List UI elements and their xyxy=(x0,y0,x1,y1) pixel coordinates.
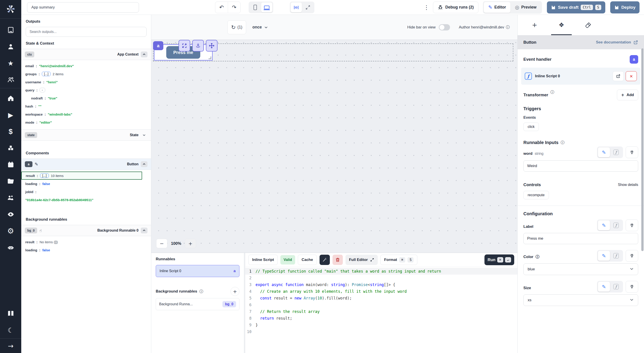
output-row[interactable]: loading:false xyxy=(21,180,151,188)
dark-mode-icon[interactable]: ☾ xyxy=(0,322,21,338)
word-value-input[interactable] xyxy=(524,160,638,172)
script-name-button[interactable]: Inline Script xyxy=(248,255,278,265)
home-icon[interactable] xyxy=(0,90,21,107)
search-outputs-input[interactable] xyxy=(26,27,146,37)
code-line[interactable]: 3export async function main(word: string… xyxy=(245,281,517,288)
undo-button[interactable]: ↶ xyxy=(215,2,228,13)
user-icon[interactable] xyxy=(0,38,21,55)
expand-sidebar-icon[interactable]: → xyxy=(0,339,21,353)
recompute-pill[interactable]: recompute xyxy=(524,191,549,199)
label-static-mode[interactable]: ✎ xyxy=(598,220,610,230)
code-line[interactable]: 6 xyxy=(245,301,517,308)
size-eval-mode[interactable]: ƒ xyxy=(610,282,622,292)
size-static-mode[interactable]: ✎ xyxy=(598,282,610,292)
center-layout-button[interactable]: |o| xyxy=(291,3,302,12)
expand-state-button[interactable] xyxy=(141,132,148,138)
move-handle[interactable] xyxy=(206,40,218,52)
resources-icon[interactable] xyxy=(0,140,21,156)
output-row[interactable]: "018b1a4e-62c7-db5b-8578-852ab8049511" xyxy=(21,196,151,204)
zoom-in-button[interactable]: + xyxy=(185,239,196,248)
code-line[interactable]: 5 const result = new Array(10).fill(word… xyxy=(245,295,517,301)
code-line[interactable]: 9} xyxy=(245,322,517,328)
color-connect-button[interactable] xyxy=(626,250,638,262)
expand-handle[interactable] xyxy=(178,40,190,52)
bg-runnable-header[interactable]: bg_0 ☝ Background Runnable 0 xyxy=(21,225,151,236)
click-event-pill[interactable]: click xyxy=(524,123,539,131)
tab-component-settings[interactable]: ❖ xyxy=(548,15,575,35)
ai-assist-button[interactable] xyxy=(320,255,330,265)
collapse-component-button[interactable] xyxy=(141,161,148,167)
schedule-dropdown[interactable]: once xyxy=(252,25,268,30)
resize-handle[interactable] xyxy=(208,57,211,59)
output-row[interactable]: email:"henri@windmill.dev" xyxy=(21,62,151,70)
output-row[interactable]: query:- xyxy=(21,86,151,94)
more-menu-button[interactable]: ⋮ xyxy=(423,4,430,11)
redo-button[interactable]: ↷ xyxy=(228,2,240,13)
size-select[interactable]: xs xyxy=(524,294,638,306)
windmill-logo[interactable] xyxy=(6,4,16,15)
label-connect-button[interactable] xyxy=(626,219,638,231)
color-eval-mode[interactable]: ƒ xyxy=(610,251,622,261)
collapse-ctx-button[interactable] xyxy=(141,52,148,57)
tab-styling[interactable] xyxy=(575,15,602,35)
code-line[interactable]: 7 // Return the result array xyxy=(245,308,517,315)
tab-editor[interactable]: ✎ Editor xyxy=(484,2,510,13)
state-section-header[interactable]: state State xyxy=(21,129,151,141)
hide-bar-toggle[interactable] xyxy=(439,24,450,31)
schedules-icon[interactable] xyxy=(0,156,21,173)
zoom-out-button[interactable]: − xyxy=(156,239,168,248)
word-connect-button[interactable] xyxy=(626,147,638,158)
settings-icon[interactable]: ⚙ xyxy=(0,223,21,239)
add-bg-runnable-button[interactable]: + xyxy=(230,287,240,296)
folders-icon[interactable] xyxy=(0,173,21,189)
ctx-section-header[interactable]: ctx App Context xyxy=(21,49,151,60)
app-summary-input[interactable] xyxy=(27,2,139,13)
add-transformer-button[interactable]: +Add xyxy=(617,90,638,100)
label-eval-mode[interactable]: ƒ xyxy=(610,220,622,230)
workspace-icon[interactable] xyxy=(0,22,21,38)
tab-insert-component[interactable]: + xyxy=(521,15,548,35)
mobile-view-button[interactable] xyxy=(250,3,261,12)
refresh-button[interactable]: ↻ (1) xyxy=(227,20,246,34)
selected-component-cell[interactable]: a ⚓ Press me xyxy=(154,44,212,61)
output-row[interactable]: groups:[...]2 items xyxy=(21,70,151,78)
output-row[interactable]: jobId: xyxy=(21,188,151,196)
code-line[interactable]: 1// TypeScript function called "main" th… xyxy=(245,268,517,275)
audit-logs-icon[interactable] xyxy=(0,206,21,223)
panel-scrollbar[interactable] xyxy=(641,48,644,251)
format-button[interactable]: Format ⌘ S xyxy=(380,255,418,265)
color-select[interactable]: blue xyxy=(524,263,638,275)
workers-icon[interactable] xyxy=(0,189,21,206)
deploy-button[interactable]: Deploy xyxy=(610,1,640,14)
code-editor[interactable]: 1// TypeScript function called "main" th… xyxy=(245,267,517,353)
bg-runnable-item[interactable]: Background Runna... bg_0 xyxy=(156,298,240,310)
see-documentation-link[interactable]: See documentation xyxy=(596,40,638,45)
edit-id-icon[interactable]: ✎ xyxy=(35,162,38,167)
docs-icon[interactable] xyxy=(0,305,21,322)
save-draft-button[interactable]: Save draft Ctrl S xyxy=(547,1,605,14)
full-editor-button[interactable]: Full Editor xyxy=(346,255,378,265)
variables-icon[interactable]: $ xyxy=(0,123,21,140)
runnable-item-selected[interactable]: Inline Script 0 a xyxy=(156,265,240,277)
fullwidth-layout-button[interactable] xyxy=(302,3,314,12)
remove-script-button[interactable]: ✕ xyxy=(626,71,637,81)
output-row[interactable]: nodraft:"true" xyxy=(21,94,151,102)
output-row[interactable]: result:[...]10 items xyxy=(21,172,142,180)
output-row[interactable]: username:"henri" xyxy=(21,78,151,86)
runs-icon[interactable]: ▶ xyxy=(0,107,21,123)
word-eval-mode[interactable]: ƒ xyxy=(610,147,622,157)
tab-preview[interactable]: ◎ Preview xyxy=(510,2,541,13)
show-details-link[interactable]: Show details xyxy=(618,183,638,187)
output-row[interactable]: hash:"" xyxy=(21,102,151,110)
word-static-mode[interactable]: ✎ xyxy=(598,147,610,157)
canvas-grid[interactable]: a ⚓ Press me xyxy=(151,40,517,253)
code-line[interactable]: 10 xyxy=(245,328,517,335)
size-connect-button[interactable] xyxy=(626,281,638,292)
debug-runs-button[interactable]: Debug runs (2) xyxy=(433,2,478,13)
label-value-input[interactable] xyxy=(524,233,638,244)
code-line[interactable]: 8 return result; xyxy=(245,315,517,322)
output-row[interactable]: workspace:"windmill-labs" xyxy=(21,110,151,118)
collapse-bg-button[interactable] xyxy=(141,228,148,233)
component-a-header[interactable]: a ✎ Button xyxy=(21,159,151,170)
code-line[interactable]: 4 // Create an array with 10 elements, f… xyxy=(245,288,517,295)
